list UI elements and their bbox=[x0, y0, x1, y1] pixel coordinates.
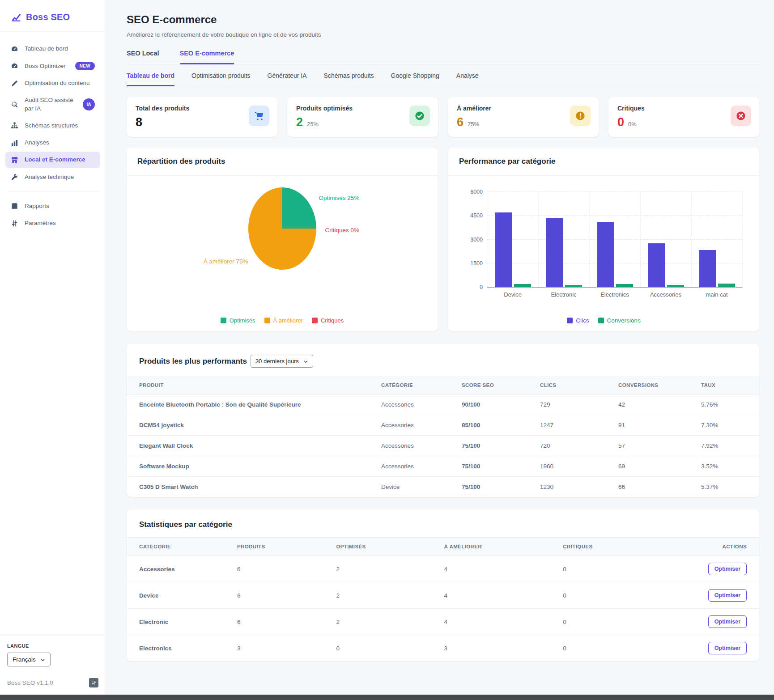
cell-a-ameliorer: 4 bbox=[444, 609, 563, 635]
category-stats-title: Statistiques par catégorie bbox=[139, 520, 232, 529]
bar-chart: 01500300045006000DeviceElectronicElectro… bbox=[448, 176, 759, 331]
cell-conversions: 66 bbox=[618, 477, 701, 497]
cell-produit: Software Mockup bbox=[127, 456, 381, 477]
cell-conversions: 91 bbox=[618, 415, 701, 436]
sidebar-item-local-et-e-commerce[interactable]: Local et E-commerce bbox=[5, 152, 100, 168]
bar-group-accessories bbox=[640, 192, 691, 287]
cell-actions: Optimiser bbox=[708, 582, 759, 609]
bar-conversions[interactable] bbox=[616, 284, 633, 287]
bar-clics[interactable] bbox=[699, 250, 716, 287]
sidebar-item-schemas-structures[interactable]: Schémas structurés bbox=[5, 118, 100, 134]
cell-taux: 5.37% bbox=[701, 477, 759, 497]
sidebar-item-analyse-technique[interactable]: Analyse technique bbox=[5, 169, 100, 185]
period-select[interactable]: 30 derniers jours bbox=[251, 355, 313, 368]
pie-chart-card: Répartition des produits Optimisés 25%À … bbox=[127, 148, 438, 331]
subtab-google-shopping[interactable]: Google Shopping bbox=[391, 64, 439, 86]
sidebar-item-label: Boss Optimizer bbox=[25, 62, 66, 70]
legend-item-critiques[interactable]: Critiques bbox=[312, 317, 344, 324]
subtab-analyse[interactable]: Analyse bbox=[456, 64, 479, 86]
legend-label: Optimisés bbox=[230, 317, 255, 324]
x-axis-label: Electronics bbox=[589, 291, 640, 298]
category-stats-section: Statistiques par catégorie CATÉGORIEPROD… bbox=[127, 509, 759, 661]
sidebar-item-tableau-de-bord[interactable]: Tableau de bord bbox=[5, 41, 100, 57]
category-stats-table: CATÉGORIEPRODUITSOPTIMISÉSÀ AMÉLIORERCRI… bbox=[127, 537, 759, 661]
sidebar-item-boss-optimizer[interactable]: Boss OptimizerNEW bbox=[5, 58, 100, 74]
table-row: DCM54 joystickAccessories85/1001247917.3… bbox=[127, 415, 759, 436]
bar-group-electronic bbox=[538, 192, 589, 287]
language-select[interactable]: Français bbox=[7, 653, 51, 666]
pie-slice-label: Critiques 0% bbox=[325, 227, 360, 233]
y-axis-tick-label: 6000 bbox=[459, 189, 483, 195]
legend-item-optimises[interactable]: Optimisés bbox=[221, 317, 255, 324]
cell-taux: 5.76% bbox=[701, 395, 759, 415]
optimiser-button[interactable]: Optimiser bbox=[708, 563, 747, 575]
optimiser-button[interactable]: Optimiser bbox=[708, 589, 747, 602]
bar-conversions[interactable] bbox=[565, 285, 582, 287]
bar-conversions[interactable] bbox=[514, 284, 531, 287]
legend-label: Clics bbox=[576, 317, 589, 324]
cell-a-ameliorer: 4 bbox=[444, 582, 563, 609]
sidebar-item-audit-seo-assiste-par-ia[interactable]: Audit SEO assisté par IAIA bbox=[5, 92, 100, 116]
tab-seo-local[interactable]: SEO Local bbox=[127, 50, 159, 64]
column-header-a-ameliorer: À AMÉLIORER bbox=[444, 538, 563, 556]
subtab-optimisation-produits[interactable]: Optimisation produits bbox=[191, 64, 251, 86]
subtab-tableau-de-bord[interactable]: Tableau de bord bbox=[127, 64, 174, 86]
bar-clics[interactable] bbox=[648, 243, 665, 287]
subtab-generateur-ia[interactable]: Générateur IA bbox=[268, 64, 307, 86]
sidebar-item-analyses[interactable]: Analyses bbox=[5, 135, 100, 151]
bar-clics[interactable] bbox=[546, 218, 563, 287]
legend-item-conversions[interactable]: Conversions bbox=[598, 317, 641, 324]
stat-card-percent: 75% bbox=[468, 121, 479, 127]
pie-slice-label: Optimisés 25% bbox=[319, 195, 360, 201]
cell-taux: 7.30% bbox=[701, 415, 759, 436]
new-badge: NEW bbox=[75, 62, 95, 70]
tab-seo-e-commerce[interactable]: SEO E-commerce bbox=[180, 50, 234, 64]
cell-produits: 6 bbox=[237, 582, 336, 609]
sliders-icon[interactable] bbox=[89, 678, 98, 687]
legend-swatch bbox=[221, 318, 226, 323]
bar-clics[interactable] bbox=[495, 212, 512, 287]
sidebar-item-label: Tableau de bord bbox=[25, 45, 68, 53]
optimiser-button[interactable]: Optimiser bbox=[708, 615, 747, 628]
table-row: Enceinte Bluetooth Portable : Son de Qua… bbox=[127, 395, 759, 415]
cell-conversions: 42 bbox=[618, 395, 701, 415]
cell-produit: Enceinte Bluetooth Portable : Son de Qua… bbox=[127, 395, 381, 415]
column-header-clics: CLICS bbox=[540, 376, 618, 395]
main-content: SEO E-commerce Améliorez le référencemen… bbox=[106, 0, 774, 695]
bar-clics[interactable] bbox=[597, 222, 614, 287]
y-axis-tick-label: 4500 bbox=[459, 212, 483, 219]
pie-graphic bbox=[248, 187, 316, 270]
stat-card-value: 6 bbox=[457, 115, 464, 129]
cell-categorie: Electronic bbox=[127, 609, 237, 635]
legend-label: Conversions bbox=[607, 317, 641, 324]
legend-swatch bbox=[312, 318, 318, 323]
table-row: Electronic6240Optimiser bbox=[127, 609, 759, 635]
sidebar-item-parametres[interactable]: Paramètres bbox=[5, 215, 100, 231]
stat-card-total-des-produits: Total des produits8 bbox=[127, 97, 277, 137]
column-header-actions: ACTIONS bbox=[708, 538, 759, 556]
language-select-value: Français bbox=[13, 656, 36, 663]
sidebar-item-rapports[interactable]: Rapports bbox=[5, 198, 100, 214]
top-products-table: PRODUITCATÉGORIESCORE SEOCLICSCONVERSION… bbox=[127, 376, 759, 497]
sub-tabs: Tableau de bordOptimisation produitsGéné… bbox=[127, 64, 759, 86]
legend-item-clics[interactable]: Clics bbox=[567, 317, 589, 324]
sidebar-item-optimisation-du-contenu[interactable]: Optimisation du contenu bbox=[5, 75, 100, 91]
x-axis-label: main cat bbox=[691, 291, 742, 298]
legend-item-a-ameliorer[interactable]: À améliorer bbox=[264, 317, 303, 324]
sidebar-nav: Tableau de bordBoss OptimizerNEWOptimisa… bbox=[0, 32, 106, 185]
warning-icon bbox=[570, 106, 591, 126]
cell-taux: 7.92% bbox=[701, 436, 759, 456]
cell-categorie: Device bbox=[381, 477, 462, 497]
bar-conversions[interactable] bbox=[667, 285, 684, 287]
stat-card-a-ameliorer: À améliorer675% bbox=[448, 97, 599, 137]
optimizer-icon bbox=[11, 62, 18, 70]
store-icon bbox=[11, 156, 18, 164]
bar-conversions[interactable] bbox=[718, 284, 735, 287]
cell-categorie: Accessories bbox=[381, 456, 462, 477]
gridline bbox=[742, 192, 743, 287]
cell-categorie: Accessories bbox=[381, 395, 462, 415]
sliders-icon bbox=[11, 220, 18, 227]
optimiser-button[interactable]: Optimiser bbox=[708, 642, 747, 654]
cell-clics: 1247 bbox=[540, 415, 618, 436]
subtab-schemas-produits[interactable]: Schémas produits bbox=[324, 64, 374, 86]
